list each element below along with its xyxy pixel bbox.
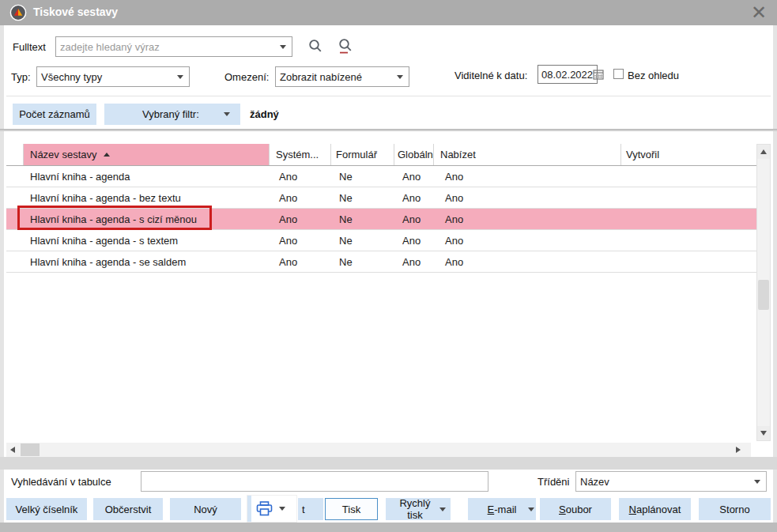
row-indicator-header xyxy=(6,144,24,165)
table-search-label: Vyhledávání v tabulce xyxy=(11,476,111,488)
button-label: Občerstvit xyxy=(105,504,152,515)
velky-ciselnik-button[interactable]: Velký číselník xyxy=(6,498,87,520)
cell-system: Ano xyxy=(270,235,331,247)
dropdown-arrow-icon[interactable] xyxy=(754,480,760,484)
horizontal-scroll-thumb[interactable] xyxy=(21,443,40,456)
column-header-label: Nabízet xyxy=(440,149,476,160)
table-row[interactable]: Hlavní kniha - agenda - s textem Ano Ne … xyxy=(6,230,757,251)
button-label: t xyxy=(302,504,305,515)
button-label: Soubor xyxy=(559,504,592,515)
vybrany-filtr-dropdown[interactable]: Vybraný filtr: xyxy=(104,104,240,125)
date-field[interactable]: 08.02.2022 xyxy=(537,65,598,84)
button-label: Rychlý tisk xyxy=(390,497,439,521)
cell-formular: Ne xyxy=(331,213,394,225)
cell-formular: Ne xyxy=(331,235,394,247)
scroll-down-button[interactable] xyxy=(757,426,770,440)
cell-globalni: Ano xyxy=(394,192,434,204)
filtr-value: žádný xyxy=(250,108,279,120)
typ-label: Typ: xyxy=(11,71,31,83)
bez-ohledu-label: Bez ohledu xyxy=(628,70,679,81)
button-label: Tisk xyxy=(342,504,360,515)
dropdown-arrow-icon[interactable] xyxy=(280,45,286,49)
button-label: Naplánovat xyxy=(629,504,681,515)
email-dropdown-button[interactable]: E-mail xyxy=(468,498,536,520)
app-logo-icon xyxy=(9,4,27,21)
button-label: E-mail xyxy=(488,504,517,515)
search-icon[interactable] xyxy=(306,36,325,55)
omezeni-combobox[interactable]: Zobrazit nabízené xyxy=(275,66,409,87)
dropdown-arrow-icon xyxy=(528,507,534,511)
rychly-tisk-dropdown-button[interactable]: Rychlý tisk xyxy=(386,498,451,520)
table-row[interactable]: Hlavní kniha - agenda - bez textu Ano Ne… xyxy=(6,187,757,209)
scroll-up-button[interactable] xyxy=(757,145,770,159)
column-header-system[interactable]: Systém... xyxy=(270,144,331,165)
fulltext-combobox[interactable] xyxy=(55,36,292,57)
cell-formular: Ne xyxy=(331,192,394,204)
cell-globalni: Ano xyxy=(394,235,434,247)
tisk-button[interactable]: Tisk xyxy=(325,498,378,520)
scroll-left-button[interactable] xyxy=(6,443,19,457)
dropdown-arrow-icon[interactable] xyxy=(177,75,183,79)
cell-nabizet: Ano xyxy=(434,192,621,204)
table-row[interactable]: Hlavní kniha - agenda - se saldem Ano Ne… xyxy=(6,251,757,273)
window-title: Tiskové sestavy xyxy=(33,6,118,18)
table-search-input[interactable] xyxy=(141,471,488,492)
cell-nabizet: Ano xyxy=(434,213,621,225)
dropdown-arrow-icon[interactable] xyxy=(397,75,403,79)
vertical-scroll-thumb[interactable] xyxy=(758,280,769,310)
window-edge-left xyxy=(0,25,4,523)
column-header-vytvoril[interactable]: Vytvořil xyxy=(621,144,757,165)
vybrany-filtr-label: Vybraný filtr: xyxy=(142,108,199,120)
cell-globalni: Ano xyxy=(394,256,434,268)
omezeni-label: Omezení: xyxy=(224,71,269,83)
window-bottom-edge xyxy=(0,523,777,532)
button-label: Nový xyxy=(194,504,217,515)
title-bar: Tiskové sestavy ✕ xyxy=(0,0,777,25)
calendar-icon[interactable] xyxy=(593,69,604,80)
dialog-window: Tiskové sestavy ✕ Fulltext Typ: Všechny … xyxy=(0,0,777,532)
printer-icon[interactable] xyxy=(256,501,273,516)
column-header-label: Globálni xyxy=(398,149,434,160)
search-marked-icon[interactable] xyxy=(336,36,355,55)
table-row[interactable]: Hlavní kniha - agenda Ano Ne Ano Ano xyxy=(6,166,757,187)
column-header-nabizet[interactable]: Nabízet xyxy=(434,144,621,165)
omezeni-value: Zobrazit nabízené xyxy=(276,71,391,83)
cell-formular: Ne xyxy=(331,171,394,183)
column-header-formular[interactable]: Formulář xyxy=(331,144,394,165)
trideni-combobox[interactable]: Název xyxy=(575,471,767,492)
column-header-globalni[interactable]: Globálni xyxy=(394,144,434,165)
cell-system: Ano xyxy=(270,171,331,183)
scroll-left-icon xyxy=(10,447,15,453)
horizontal-scrollbar[interactable] xyxy=(6,443,751,457)
fulltext-label: Fulltext xyxy=(13,41,46,53)
column-header-nazev[interactable]: Název sestavy xyxy=(24,144,270,165)
close-icon[interactable]: ✕ xyxy=(747,1,771,25)
naplanovat-button[interactable]: Naplánovat xyxy=(619,498,691,520)
covered-button-fragment[interactable]: t xyxy=(298,498,323,520)
cell-system: Ano xyxy=(270,256,331,268)
table-header-row: Název sestavy Systém... Formulář Globáln… xyxy=(6,144,757,166)
print-dropdown-panel[interactable] xyxy=(247,496,296,522)
button-label: Velký číselník xyxy=(16,504,78,515)
scroll-right-button[interactable] xyxy=(732,443,745,457)
bez-ohledu-checkbox[interactable] xyxy=(613,69,624,79)
dropdown-arrow-icon xyxy=(439,507,446,511)
cell-nabizet: Ano xyxy=(434,171,621,183)
vertical-scrollbar[interactable] xyxy=(756,144,771,441)
storno-button[interactable]: Storno xyxy=(699,498,771,520)
fulltext-input[interactable] xyxy=(56,40,274,54)
scroll-right-icon xyxy=(736,447,741,453)
table-row-selected[interactable]: Hlavní kniha - agenda - s cizí měnou Ano… xyxy=(6,209,757,230)
typ-combobox[interactable]: Všechny typy xyxy=(36,66,190,87)
cell-formular: Ne xyxy=(331,256,394,268)
cell-nazev: Hlavní kniha - agenda - bez textu xyxy=(24,192,270,204)
sort-ascending-icon xyxy=(104,153,110,157)
obcerstvit-button[interactable]: Občerstvit xyxy=(93,498,163,520)
dropdown-arrow-icon[interactable] xyxy=(279,507,285,511)
column-header-label: Název sestavy xyxy=(30,149,97,160)
cell-nabizet: Ano xyxy=(434,256,621,268)
novy-button[interactable]: Nový xyxy=(170,498,241,520)
scroll-up-icon xyxy=(760,149,767,154)
pocet-zaznamu-button[interactable]: Počet záznamů xyxy=(13,104,96,125)
soubor-button[interactable]: Soubor xyxy=(540,498,611,520)
